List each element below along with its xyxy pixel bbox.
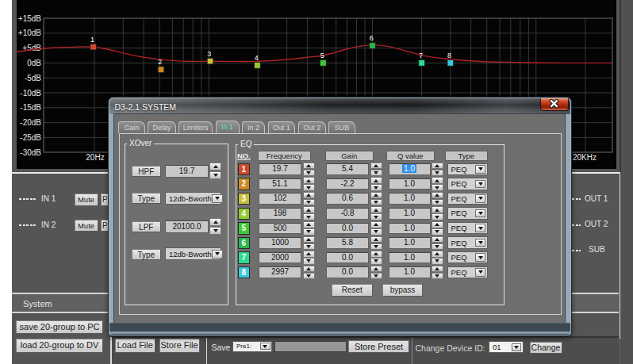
- svg-text:-10dB: -10dB: [20, 89, 41, 98]
- svg-text:1: 1: [90, 36, 94, 44]
- svg-text:6: 6: [370, 34, 374, 42]
- svg-text:-30dB: -30dB: [20, 148, 41, 157]
- svg-text:0dB: 0dB: [27, 59, 41, 67]
- svg-text:5: 5: [320, 52, 324, 59]
- svg-text:-15dB: -15dB: [20, 103, 41, 112]
- svg-text:-25dB: -25dB: [20, 133, 41, 142]
- svg-text:2: 2: [158, 58, 162, 66]
- svg-text:20KHz: 20KHz: [573, 153, 597, 162]
- svg-text:3: 3: [207, 50, 211, 58]
- svg-text:-20dB: -20dB: [20, 118, 41, 127]
- svg-text:+10dB: +10dB: [18, 29, 42, 37]
- svg-text:+15dB: +15dB: [18, 14, 42, 23]
- svg-text:20Hz: 20Hz: [86, 153, 104, 162]
- svg-text:8: 8: [447, 52, 451, 59]
- svg-text:-5dB: -5dB: [25, 74, 41, 82]
- svg-text:4: 4: [255, 54, 259, 62]
- svg-text:7: 7: [419, 52, 423, 59]
